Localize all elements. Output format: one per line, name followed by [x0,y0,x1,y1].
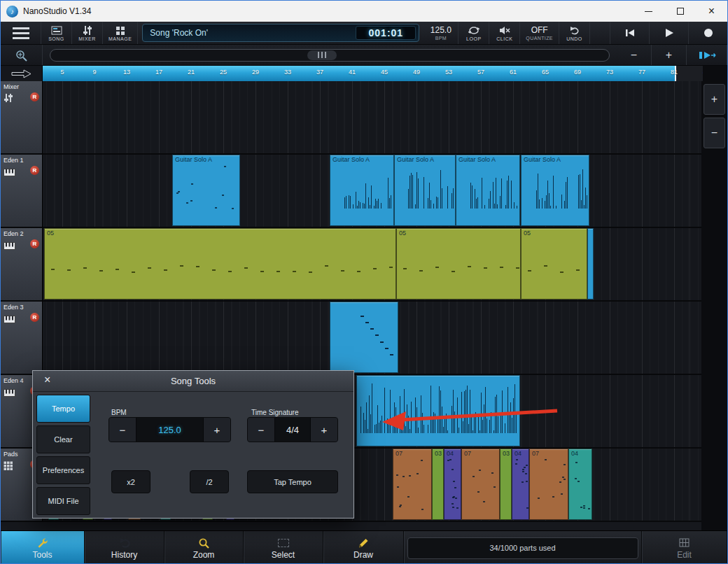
close-button[interactable]: × [696,1,727,22]
click-button[interactable]: CLICK [489,22,520,44]
clip-note [491,412,491,433]
track-header-eden-3[interactable]: Eden 3R [1,302,43,375]
zoom-button[interactable]: Zoom [164,531,244,564]
clip-03[interactable]: 03 [500,449,512,520]
select-button[interactable]: Select [244,531,323,564]
clip-04[interactable]: 04 [444,449,461,520]
timesig-increment-button[interactable]: + [311,418,337,442]
dialog-titlebar[interactable]: × Song Tools [33,371,354,392]
zoom-out-button[interactable]: − [617,45,652,65]
timesig-decrement-button[interactable]: − [248,418,274,442]
clip-note [584,205,584,209]
clip-guitar-solo-a[interactable]: Guitar Solo A [330,155,394,226]
rewind-button[interactable] [610,22,649,44]
clip-note [498,416,498,433]
clip-04[interactable]: 04 [568,449,592,520]
clip-note [454,487,456,488]
follow-playhead-button[interactable] [687,45,727,65]
mixer-view-icon [83,24,92,35]
clip-note [451,193,452,209]
clip-guitar-solo-a[interactable]: Guitar Solo A [456,155,520,226]
clip-03[interactable]: 03 [432,449,444,520]
clip-07[interactable]: 07 [461,449,500,520]
mixer-view-button[interactable]: MIXER [72,22,103,44]
bpm-increment-button[interactable]: + [204,418,230,442]
clip-04[interactable]: 04 [512,449,529,520]
track-zoom-out-button[interactable]: − [704,118,725,148]
track-header-mixer[interactable]: MixerR [1,81,43,155]
manage-button[interactable]: MANAGE [103,22,138,44]
tap-tempo-button[interactable]: Tap Tempo [247,470,338,493]
song-display[interactable]: Song 'Rock On' 001:01 [142,24,419,42]
clip-note [526,481,528,482]
clip-note [542,198,542,209]
clip[interactable] [356,375,520,446]
ruler-tick: 13 [123,69,130,76]
record-arm-button[interactable]: R [30,92,39,101]
clip-note [401,419,402,434]
clip-note [346,196,346,209]
play-icon [664,28,674,38]
draw-button[interactable]: Draw [323,531,404,564]
timeline-scrollbar[interactable] [50,49,610,62]
ruler-tick: 45 [381,69,388,76]
clip-guitar-solo-a[interactable]: Guitar Solo A [394,155,456,226]
scrollbar-handle[interactable] [307,50,337,60]
clip-note [353,204,354,209]
clip[interactable] [587,228,594,299]
timeline-ruler[interactable]: 5913172125293337414549535761656973778185 [43,66,703,81]
track-lane-mixer[interactable] [43,81,701,155]
menu-button[interactable] [1,22,41,44]
clip-note [416,473,419,474]
clip-07[interactable]: 07 [529,449,568,520]
transport-controls [610,22,727,44]
play-button[interactable] [649,22,688,44]
clip-guitar-solo-a[interactable]: Guitar Solo A [521,155,589,226]
clip[interactable] [330,302,398,373]
zoom-pan-tool-button[interactable] [1,45,43,65]
tempo-double-button[interactable]: x2 [111,470,150,493]
dialog-close-button[interactable]: × [40,374,55,386]
clip-07[interactable]: 07 [393,449,432,520]
clip-note [575,462,578,463]
tools-button[interactable]: Tools [1,531,85,564]
goto-start-button[interactable] [1,66,43,81]
record-arm-button[interactable]: R [30,239,39,248]
clip-05[interactable]: 05 [396,228,521,299]
tempo-half-button[interactable]: /2 [190,470,229,493]
clip-note [489,199,489,209]
record-arm-button[interactable]: R [30,166,39,175]
record-button[interactable] [688,22,727,44]
clip-note [502,390,503,433]
clip-note [397,424,398,434]
minimize-button[interactable] [633,1,664,22]
track-header-eden-1[interactable]: Eden 1R [1,155,43,228]
track-lane-eden-2[interactable]: 050505 [43,228,701,302]
loop-button[interactable]: LOOP [458,22,489,44]
clip-note [489,420,490,433]
clip-note [410,176,410,209]
clip-note [212,269,216,271]
track-lane-eden-1[interactable]: Guitar Solo AGuitar Solo AGuitar Solo AG… [43,155,701,228]
track-header-eden-2[interactable]: Eden 2R [1,228,43,302]
track-zoom-in-button[interactable]: + [704,84,725,115]
quantize-display[interactable]: OFF QUANTIZE [520,22,559,44]
clip-guitar-solo-a[interactable]: Guitar Solo A [172,155,240,226]
clip-note [472,476,475,477]
record-arm-button[interactable]: R [30,313,39,322]
clip-note [472,185,472,209]
clip-note [370,414,371,434]
zoom-in-button[interactable]: + [652,45,687,65]
song-view-button[interactable]: SONG [41,22,72,44]
history-button[interactable]: History [85,531,164,564]
maximize-button[interactable] [664,1,696,22]
edit-button[interactable]: Edit [642,531,727,564]
bpm-decrement-button[interactable]: − [109,418,136,442]
clip-05[interactable]: 05 [521,228,587,299]
undo-button[interactable]: UNDO [559,22,590,44]
bpm-display[interactable]: 125.0 BPM [424,22,458,44]
clip-note [486,418,487,434]
clip-note [366,402,367,434]
clip-05[interactable]: 05 [44,228,396,299]
track-lane-eden-3[interactable] [43,302,701,375]
